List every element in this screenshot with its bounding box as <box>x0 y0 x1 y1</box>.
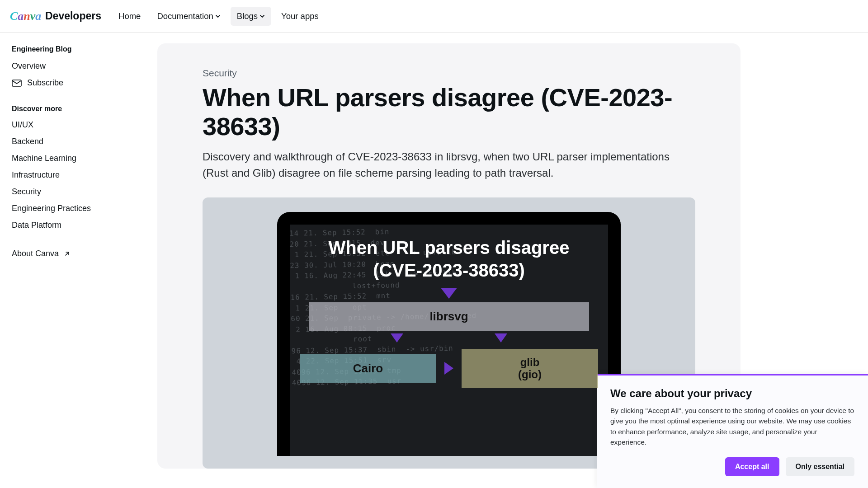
nav-documentation[interactable]: Documentation <box>151 7 226 26</box>
sidebar-item-label: UI/UX <box>12 120 33 130</box>
sidebar-heading: Engineering Blog <box>12 45 142 53</box>
sidebar-item-label: Engineering Practices <box>12 204 91 213</box>
svg-text:Canva: Canva <box>10 10 41 23</box>
article-category: Security <box>203 68 695 79</box>
sidebar-overview-label: Overview <box>12 61 46 71</box>
sidebar-about-label: About Canva <box>12 249 59 258</box>
canva-logo-icon: Canva <box>10 10 42 23</box>
article-excerpt: Discovery and walkthrough of CVE-2023-38… <box>203 149 682 181</box>
nav-home[interactable]: Home <box>112 7 147 26</box>
sidebar-item-label: Infrastructure <box>12 170 60 180</box>
nav-home-label: Home <box>118 11 141 21</box>
sidebar-cat-uiux[interactable]: UI/UX <box>12 117 142 133</box>
article-title: When URL parsers disagree (CVE-2023-3863… <box>203 83 695 141</box>
nav-your-apps[interactable]: Your apps <box>275 7 325 26</box>
hero-box-cairo: Cairo <box>300 354 436 383</box>
sidebar-item-label: Backend <box>12 137 43 146</box>
accept-all-button[interactable]: Accept all <box>725 457 779 476</box>
sidebar-discover-heading: Discover more <box>12 105 142 113</box>
logo[interactable]: Canva Developers <box>10 10 101 23</box>
cookie-banner: We care about your privacy By clicking "… <box>597 374 868 488</box>
arrow-down-icon <box>441 288 457 299</box>
sidebar-cat-data-platform[interactable]: Data Platform <box>12 217 142 234</box>
logo-suffix: Developers <box>45 10 101 22</box>
sidebar-cat-backend[interactable]: Backend <box>12 133 142 150</box>
hero-box-glib: glib (gio) <box>462 349 598 388</box>
sidebar: Engineering Blog Overview Subscribe Disc… <box>0 33 154 488</box>
sidebar-subscribe-label: Subscribe <box>27 78 63 88</box>
mail-icon <box>12 80 22 87</box>
nav-your-apps-label: Your apps <box>281 11 319 21</box>
sidebar-cat-ml[interactable]: Machine Learning <box>12 150 142 167</box>
nav-blogs[interactable]: Blogs <box>231 7 271 26</box>
hero-headline-l2: (CVE-2023-38633) <box>373 260 525 280</box>
hero-box-librsvg: librsvg <box>309 302 589 331</box>
top-nav: Canva Developers Home Documentation Blog… <box>0 0 868 33</box>
sidebar-overview[interactable]: Overview <box>12 58 142 75</box>
external-link-icon <box>64 251 70 257</box>
hero-headline-l1: When URL parsers disagree <box>329 238 570 258</box>
hero-headline: When URL parsers disagree (CVE-2023-3863… <box>300 236 598 282</box>
hero-box-glib-l2: (gio) <box>518 368 542 380</box>
svg-rect-1 <box>12 80 21 86</box>
sidebar-cat-security[interactable]: Security <box>12 183 142 200</box>
sidebar-about-canva[interactable]: About Canva <box>12 245 142 262</box>
hero-box-glib-l1: glib <box>520 356 540 368</box>
chevron-down-icon <box>215 14 221 19</box>
only-essential-button[interactable]: Only essential <box>786 457 855 476</box>
laptop-screen: 14 21. Sep 15:52 bin 20 21. Sep 2015 dev… <box>290 225 608 456</box>
sidebar-item-label: Data Platform <box>12 221 61 230</box>
nav-blogs-label: Blogs <box>237 11 258 21</box>
sidebar-item-label: Security <box>12 187 41 197</box>
cookie-text: By clicking "Accept All", you consent to… <box>610 405 854 447</box>
laptop-frame: 14 21. Sep 15:52 bin 20 21. Sep 2015 dev… <box>277 212 621 456</box>
cookie-title: We care about your privacy <box>610 387 854 400</box>
sidebar-cat-eng-practices[interactable]: Engineering Practices <box>12 200 142 217</box>
chevron-down-icon <box>259 14 265 19</box>
sidebar-item-label: Machine Learning <box>12 154 76 163</box>
arrow-right-icon <box>444 362 453 375</box>
arrow-down-icon <box>391 333 403 343</box>
sidebar-subscribe[interactable]: Subscribe <box>12 75 142 91</box>
arrow-down-icon <box>495 333 507 343</box>
nav-documentation-label: Documentation <box>157 11 213 21</box>
sidebar-cat-infrastructure[interactable]: Infrastructure <box>12 167 142 183</box>
